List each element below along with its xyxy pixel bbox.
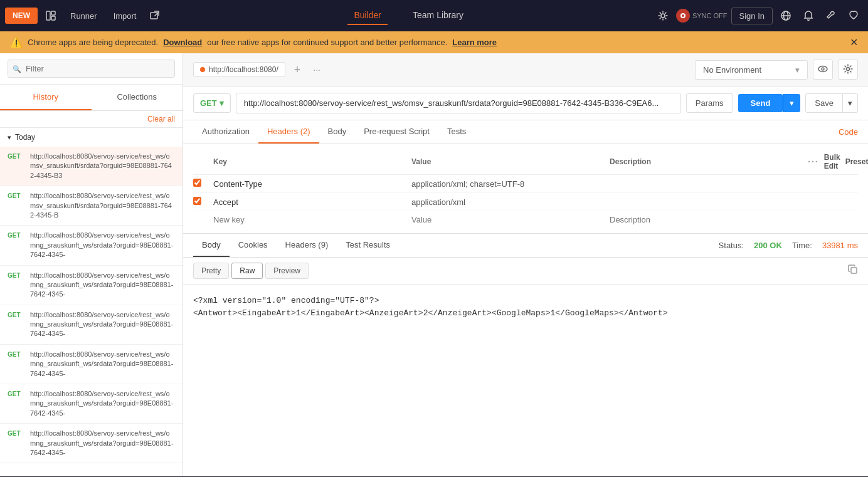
format-preview[interactable]: Preview (265, 263, 309, 279)
builder-tab[interactable]: Builder (347, 6, 388, 25)
list-item[interactable]: GET http://localhost:8080/servoy-service… (0, 305, 183, 345)
svg-rect-14 (851, 268, 857, 273)
svg-rect-3 (151, 13, 157, 19)
gear-icon (843, 64, 853, 76)
list-item[interactable]: GET http://localhost:8080/servoy-service… (0, 424, 183, 463)
list-item[interactable]: GET http://localhost:8080/servoy-service… (0, 266, 183, 305)
history-url: http://localhost:8080/servoy-service/res… (30, 389, 175, 418)
body-format-tabs: Pretty Raw Preview (183, 258, 868, 285)
method-badge: GET (8, 389, 25, 397)
params-button[interactable]: Params (686, 93, 733, 113)
tab-body[interactable]: Body (319, 120, 356, 144)
method-chevron-icon: ▾ (220, 98, 224, 108)
history-tab[interactable]: History (0, 85, 92, 110)
collections-tab[interactable]: Collections (92, 85, 183, 110)
bulk-edit-button[interactable]: Bulk Edit (824, 153, 840, 170)
new-value-input[interactable] (411, 215, 605, 224)
globe-icon-button[interactable] (776, 6, 795, 25)
list-item[interactable]: GET http://localhost:8080/servoy-service… (0, 384, 183, 424)
method-label: GET (200, 98, 217, 108)
today-header[interactable]: Today (0, 128, 183, 147)
warning-bar: ⚠️ Chrome apps are being deprecated. Dow… (0, 31, 868, 53)
download-link[interactable]: Download (163, 38, 202, 47)
heart-icon-button[interactable] (844, 6, 863, 25)
main-layout: History Collections Clear all Today GET … (0, 53, 868, 476)
learn-more-link[interactable]: Learn more (452, 38, 497, 47)
clear-all-button[interactable]: Clear all (0, 111, 183, 128)
resp-tab-cookies[interactable]: Cookies (230, 234, 277, 257)
new-desc-input[interactable] (610, 215, 803, 224)
col-actions-header: ··· Bulk Edit Presets ▾ (808, 153, 858, 170)
tab-url-label: http://localhost:8080/ (209, 65, 278, 74)
new-button[interactable]: NEW (5, 8, 38, 24)
request-panel: http://localhost:8080/ + ··· No Environm… (183, 53, 868, 476)
svg-rect-2 (51, 16, 55, 20)
history-url: http://localhost:8080/servoy-service/res… (30, 271, 175, 300)
warning-close-button[interactable]: ✕ (850, 36, 858, 48)
time-label: Time: (792, 241, 812, 250)
env-eye-button[interactable] (813, 60, 833, 80)
svg-point-12 (822, 68, 824, 70)
sidebar-search-area (0, 53, 183, 85)
tab-tests[interactable]: Tests (438, 120, 475, 144)
list-item[interactable]: GET http://localhost:8080/servoy-service… (0, 186, 183, 226)
url-input[interactable] (236, 93, 681, 113)
format-pretty[interactable]: Pretty (193, 263, 229, 279)
new-window-button[interactable] (146, 7, 164, 24)
presets-button[interactable]: Presets ▾ (845, 157, 868, 166)
list-item[interactable]: GET http://localhost:8080/servoy-service… (0, 345, 183, 384)
row2-value: application/xml (411, 197, 605, 207)
method-badge: GET (8, 231, 25, 239)
dots-icon[interactable]: ··· (808, 157, 819, 167)
wrench-icon-button[interactable] (822, 6, 840, 25)
warning-icon: ⚠️ (10, 36, 23, 48)
runner-button[interactable]: Runner (64, 8, 103, 24)
resp-tab-headers[interactable]: Headers (9) (277, 234, 337, 257)
search-input[interactable] (8, 60, 175, 78)
row1-checkbox[interactable] (193, 179, 201, 187)
history-url: http://localhost:8080/servoy-service/res… (30, 310, 175, 339)
method-badge: GET (8, 152, 25, 160)
row2-checkbox[interactable] (193, 197, 201, 205)
new-key-row (193, 211, 858, 228)
history-url: http://localhost:8080/servoy-service/res… (30, 152, 175, 181)
resp-tab-body[interactable]: Body (193, 234, 230, 257)
table-row: Accept application/xml (193, 193, 858, 211)
time-value: 33981 ms (822, 241, 858, 250)
list-item[interactable]: GET http://localhost:8080/servoy-service… (0, 226, 183, 265)
more-tabs-button[interactable]: ··· (309, 63, 324, 76)
list-item[interactable]: GET http://localhost:8080/servoy-service… (0, 147, 183, 186)
save-group: Save ▾ (805, 93, 858, 113)
svg-point-11 (818, 66, 827, 71)
url-tab[interactable]: http://localhost:8080/ (193, 62, 285, 77)
tab-pre-request[interactable]: Pre-request Script (355, 120, 438, 144)
send-button[interactable]: Send (738, 94, 783, 112)
environment-select[interactable]: No Environment ▾ (695, 60, 808, 80)
format-raw[interactable]: Raw (231, 263, 263, 279)
sign-in-button[interactable]: Sign In (731, 8, 773, 24)
bell-icon-button[interactable] (799, 6, 818, 25)
tab-dot (200, 67, 205, 72)
resp-tab-test-results[interactable]: Test Results (337, 234, 399, 257)
team-library-tab[interactable]: Team Library (406, 6, 470, 25)
table-row: Content-Type application/xml; charset=UT… (193, 175, 858, 193)
send-dropdown-button[interactable]: ▾ (783, 94, 800, 112)
nav-center: Builder Team Library (167, 6, 649, 25)
code-link[interactable]: Code (839, 121, 858, 143)
save-button[interactable]: Save (805, 93, 843, 113)
env-settings-button[interactable] (838, 60, 858, 80)
history-url: http://localhost:8080/servoy-service/res… (30, 350, 175, 379)
add-tab-button[interactable]: + (290, 62, 305, 78)
new-key-input[interactable] (213, 215, 406, 224)
settings-icon-button[interactable] (654, 6, 672, 25)
save-dropdown-button[interactable]: ▾ (843, 93, 858, 113)
copy-button[interactable] (848, 265, 858, 277)
import-button[interactable]: Import (107, 8, 143, 24)
layout-icon-button[interactable] (41, 6, 60, 25)
method-select[interactable]: GET ▾ (193, 93, 231, 113)
row1-value: application/xml; charset=UTF-8 (411, 179, 605, 189)
sync-indicator (676, 9, 690, 23)
tab-headers[interactable]: Headers (2) (258, 120, 319, 144)
history-list: GET http://localhost:8080/servoy-service… (0, 147, 183, 476)
tab-authorization[interactable]: Authorization (193, 120, 258, 144)
